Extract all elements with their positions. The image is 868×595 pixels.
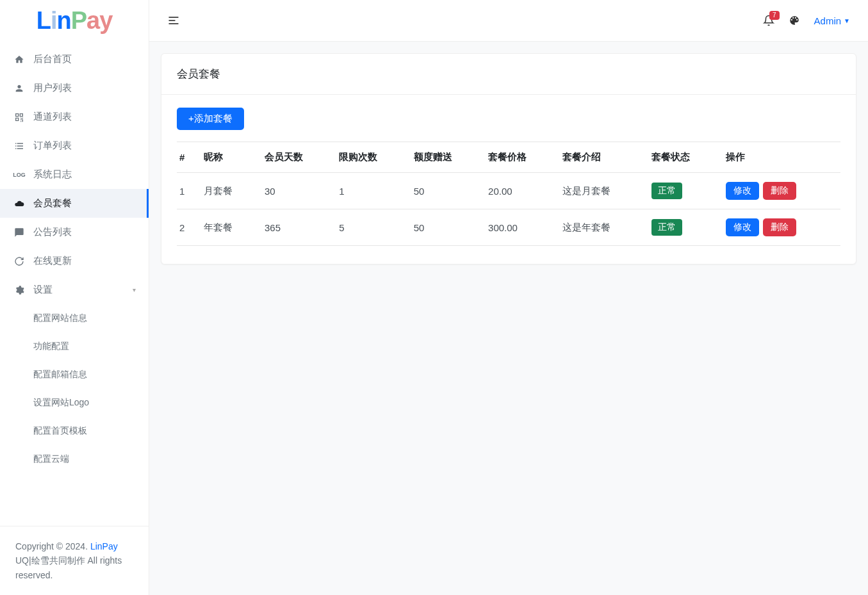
cloud-icon (13, 199, 26, 209)
edit-button[interactable]: 修改 (726, 218, 759, 236)
col-name: 昵称 (197, 142, 258, 173)
log-icon: LOG (13, 172, 26, 178)
sidebar-item-home[interactable]: 后台首页 (0, 45, 149, 74)
delete-button[interactable]: 删除 (763, 218, 796, 236)
sidebar-item-notices[interactable]: 公告列表 (0, 218, 149, 247)
sidebar-item-label: 设置 (33, 284, 53, 296)
cell-status: 正常 (645, 209, 719, 246)
sidebar-item-users[interactable]: 用户列表 (0, 74, 149, 102)
qr-icon (13, 112, 26, 122)
cell-price: 300.00 (482, 209, 556, 246)
footer-credits: UQ|绘雪共同制作 All rights reserved. (15, 555, 122, 580)
sidebar-item-settings[interactable]: 设置 ▾ (0, 275, 149, 304)
list-icon (13, 141, 26, 151)
sidebar-sub-site-info[interactable]: 配置网站信息 (0, 304, 149, 332)
sidebar-sub-email[interactable]: 配置邮箱信息 (0, 361, 149, 389)
cell-actions: 修改 删除 (719, 173, 840, 209)
cell-limit: 5 (332, 209, 407, 246)
chevron-down-icon: ▾ (133, 286, 136, 293)
table-header-row: # 昵称 会员天数 限购次数 额度赠送 套餐价格 套餐介绍 套餐状态 操作 (177, 142, 840, 173)
notifications-button[interactable]: 7 (763, 15, 774, 26)
col-status: 套餐状态 (645, 142, 719, 173)
status-badge: 正常 (651, 219, 682, 236)
topbar: 7 Admin ▼ (149, 0, 868, 42)
col-actions: 操作 (719, 142, 840, 173)
sidebar-item-label: 功能配置 (33, 341, 69, 352)
sidebar-item-label: 订单列表 (33, 140, 72, 152)
theme-toggle-button[interactable] (789, 15, 800, 26)
footer-brand-link[interactable]: LinPay (90, 541, 118, 551)
refresh-icon (13, 256, 26, 266)
sidebar-item-label: 设置网站Logo (33, 397, 89, 409)
cell-id: 2 (177, 209, 197, 246)
sidebar-item-label: 公告列表 (33, 226, 72, 238)
sidebar-item-logs[interactable]: LOG 系统日志 (0, 160, 149, 189)
home-icon (13, 54, 26, 65)
page-title: 会员套餐 (161, 54, 856, 95)
col-intro: 套餐介绍 (556, 142, 644, 173)
sidebar-item-label: 配置邮箱信息 (33, 369, 87, 380)
sidebar-item-label: 配置首页模板 (33, 425, 87, 437)
cell-gift: 50 (407, 209, 482, 246)
brand-logo[interactable]: LinPay (0, 0, 149, 42)
plans-table: # 昵称 会员天数 限购次数 额度赠送 套餐价格 套餐介绍 套餐状态 操作 (177, 142, 840, 246)
sidebar-nav: 后台首页 用户列表 通道列表 订单列表 LOG (0, 42, 149, 526)
sidebar-sub-cloud[interactable]: 配置云端 (0, 445, 149, 473)
col-price: 套餐价格 (482, 142, 556, 173)
cell-name: 月套餐 (197, 173, 258, 209)
add-plan-button[interactable]: +添加套餐 (177, 108, 244, 130)
sidebar-sub-features[interactable]: 功能配置 (0, 332, 149, 361)
delete-button[interactable]: 删除 (763, 182, 796, 200)
cell-actions: 修改 删除 (719, 209, 840, 246)
user-name: Admin (814, 15, 842, 26)
cell-price: 20.00 (482, 173, 556, 209)
sidebar-sub-template[interactable]: 配置首页模板 (0, 417, 149, 445)
palette-icon (789, 15, 800, 26)
cell-name: 年套餐 (197, 209, 258, 246)
sidebar-item-orders[interactable]: 订单列表 (0, 131, 149, 160)
sidebar-item-label: 会员套餐 (33, 197, 72, 209)
user-icon (13, 83, 26, 94)
content: 会员套餐 +添加套餐 # 昵称 会员天数 限购次数 额度赠送 套餐价格 (149, 42, 868, 595)
main: 7 Admin ▼ 会员套餐 +添加套餐 (149, 0, 868, 595)
sidebar-item-label: 通道列表 (33, 111, 72, 123)
table-row: 2 年套餐 365 5 50 300.00 这是年套餐 正常 修 (177, 209, 840, 246)
sidebar-sub-logo[interactable]: 设置网站Logo (0, 389, 149, 417)
cell-intro: 这是月套餐 (556, 173, 644, 209)
sidebar-footer: Copyright © 2024. LinPay UQ|绘雪共同制作 All r… (0, 526, 149, 595)
sidebar-item-label: 配置云端 (33, 453, 69, 465)
status-badge: 正常 (651, 183, 682, 199)
menu-toggle-button[interactable] (167, 14, 180, 27)
sidebar-item-label: 用户列表 (33, 82, 72, 94)
cell-id: 1 (177, 173, 197, 209)
col-id: # (177, 142, 197, 173)
cell-status: 正常 (645, 173, 719, 209)
sidebar-item-channels[interactable]: 通道列表 (0, 102, 149, 131)
sidebar-item-label: 系统日志 (33, 168, 72, 181)
sidebar-item-label: 在线更新 (33, 255, 72, 267)
col-limit: 限购次数 (332, 142, 407, 173)
gear-icon (13, 285, 26, 295)
cell-intro: 这是年套餐 (556, 209, 644, 246)
sidebar: LinPay 后台首页 用户列表 通道列表 (0, 0, 149, 595)
sidebar-item-label: 后台首页 (33, 53, 72, 65)
caret-down-icon: ▼ (844, 17, 850, 24)
cell-limit: 1 (332, 173, 407, 209)
sidebar-item-update[interactable]: 在线更新 (0, 247, 149, 275)
user-menu[interactable]: Admin ▼ (814, 15, 850, 26)
footer-copyright: Copyright © 2024. (15, 541, 90, 551)
table-row: 1 月套餐 30 1 50 20.00 这是月套餐 正常 修改 (177, 173, 840, 209)
edit-button[interactable]: 修改 (726, 182, 759, 200)
col-days: 会员天数 (258, 142, 332, 173)
chat-icon (13, 227, 26, 238)
col-gift: 额度赠送 (407, 142, 482, 173)
cell-gift: 50 (407, 173, 482, 209)
cell-days: 365 (258, 209, 332, 246)
plans-card: 会员套餐 +添加套餐 # 昵称 会员天数 限购次数 额度赠送 套餐价格 (161, 53, 856, 265)
settings-submenu: 配置网站信息 功能配置 配置邮箱信息 设置网站Logo 配置首页模板 配置云端 (0, 304, 149, 473)
cell-days: 30 (258, 173, 332, 209)
notification-badge: 7 (769, 11, 780, 20)
sidebar-item-label: 配置网站信息 (33, 313, 87, 324)
sidebar-item-plans[interactable]: 会员套餐 (0, 189, 149, 218)
